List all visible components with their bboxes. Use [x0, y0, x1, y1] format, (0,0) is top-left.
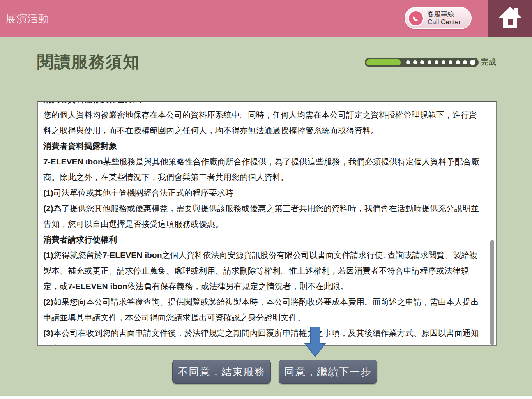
progress-track [365, 58, 479, 67]
progress-dot [420, 60, 424, 64]
progress-dot [428, 60, 431, 64]
bottom-strip [0, 396, 532, 399]
terms-paragraph: (1)司法單位或其他主管機關經合法正式的程序要求時 [43, 185, 484, 201]
terms-paragraph: (2)為了提供您其他服務或優惠權益，需要與提供該服務或優惠之第三者共用您的資料時… [43, 201, 484, 232]
progress-dot [449, 60, 452, 64]
phone-icon [408, 10, 424, 26]
progress-dot [413, 60, 417, 64]
terms-text: 消費者資料儲存及保密方式：您的個人資料均被嚴密地保存在本公司的資料庫系統中。同時… [43, 101, 484, 346]
terms-paragraph: 7-ELEVEN ibon某些服務是與其他策略性合作廠商所合作提供，為了提供這些… [43, 154, 484, 185]
progress-dots [406, 58, 475, 67]
terms-paragraph: (3)本公司在收到您的書面申請文件後，於法律規定之期間內回覆所申請權力之事項，及… [43, 325, 484, 346]
terms-paragraph: (1)您得就您留於7-ELEVEN ibon之個人資料依法向安源資訊股份有限公司… [43, 247, 484, 294]
terms-paragraph: (2)如果您向本公司請求答覆查詢、提供閱覽或製給複製本時，本公司將酌收必要成本費… [43, 294, 484, 325]
home-icon [498, 6, 523, 31]
progress-dot [470, 60, 475, 65]
progress-fill [366, 59, 401, 65]
scrollbar-thumb[interactable] [490, 240, 494, 345]
progress-dot [463, 60, 467, 64]
down-arrow-indicator [304, 327, 326, 357]
call-center-button[interactable]: 客服專線 Call Center [405, 7, 472, 29]
call-center-label-zh: 客服專線 [428, 11, 461, 18]
progress-dot [406, 60, 410, 64]
progress-dot [456, 60, 460, 64]
agree-button[interactable]: 同意，繼續下一步 [279, 360, 377, 384]
header-bar: 展演活動 客服專線 Call Center [0, 0, 532, 37]
terms-paragraph: 消費者資料揭露對象 [43, 138, 484, 154]
progress-dot [442, 60, 445, 64]
terms-panel[interactable]: 消費者資料儲存及保密方式：您的個人資料均被嚴密地保存在本公司的資料庫系統中。同時… [37, 101, 497, 346]
disagree-button[interactable]: 不同意，結束服務 [172, 360, 271, 384]
terms-paragraph: 消費者資料儲存及保密方式： [43, 101, 484, 107]
progress-dot [435, 60, 438, 64]
terms-paragraph: 您的個人資料均被嚴密地保存在本公司的資料庫系統中。同時，任何人均需在本公司訂定之… [43, 107, 484, 138]
page-header-title: 展演活動 [5, 12, 49, 26]
home-button[interactable] [488, 0, 532, 37]
page-title: 閱讀服務須知 [37, 51, 140, 73]
call-center-label-en: Call Center [428, 18, 461, 26]
call-center-label: 客服專線 Call Center [428, 11, 461, 26]
terms-paragraph: 消費者請求行使權利 [43, 232, 484, 247]
progress-end-label: 完成 [481, 57, 496, 67]
progress-indicator: 完成 [365, 57, 496, 67]
